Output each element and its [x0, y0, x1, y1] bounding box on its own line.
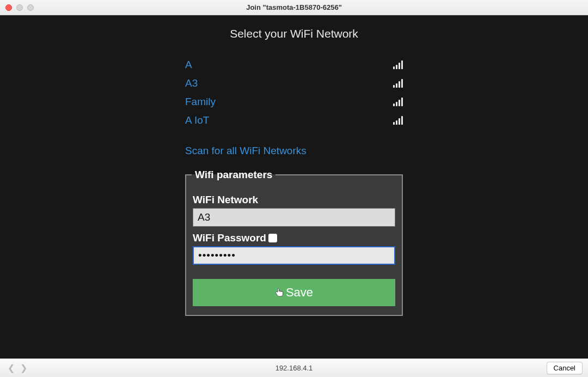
save-button-label: Save — [286, 285, 313, 300]
network-list: A A3 Family A IoT — [185, 56, 403, 130]
address-text: 192.168.4.1 — [0, 364, 588, 372]
cancel-button[interactable]: Cancel — [547, 362, 583, 374]
page-content: Select your WiFi Network A A3 Family A I… — [0, 15, 588, 358]
signal-icon — [393, 116, 403, 125]
network-item[interactable]: A — [185, 56, 403, 74]
fieldset-legend: Wifi parameters — [192, 169, 275, 181]
window-title: Join "tasmota-1B5870-6256" — [0, 3, 588, 11]
network-name: Family — [185, 96, 216, 108]
network-item[interactable]: A3 — [185, 74, 403, 93]
wifi-network-input[interactable] — [193, 208, 395, 227]
wifi-password-label-text: WiFi Password — [193, 232, 266, 244]
signal-icon — [393, 79, 403, 88]
network-item[interactable]: A IoT — [185, 111, 403, 130]
wifi-password-input[interactable] — [193, 246, 395, 265]
show-password-checkbox[interactable] — [268, 234, 277, 242]
network-name: A IoT — [185, 114, 209, 126]
pointer-cursor-icon — [275, 287, 284, 299]
scan-networks-link[interactable]: Scan for all WiFi Networks — [185, 145, 403, 157]
wifi-network-label: WiFi Network — [193, 194, 395, 206]
page-heading: Select your WiFi Network — [230, 27, 358, 40]
signal-icon — [393, 60, 403, 69]
save-button[interactable]: Save — [193, 279, 395, 306]
network-name: A3 — [185, 77, 198, 89]
network-item[interactable]: Family — [185, 93, 403, 111]
window-titlebar: Join "tasmota-1B5870-6256" — [0, 0, 588, 15]
network-name: A — [185, 59, 192, 71]
wifi-password-label: WiFi Password — [193, 232, 395, 244]
signal-icon — [393, 98, 403, 106]
window-footer: ❮ ❯ 192.168.4.1 Cancel — [0, 358, 588, 377]
wifi-parameters-fieldset: Wifi parameters WiFi Network WiFi Passwo… — [185, 169, 403, 316]
